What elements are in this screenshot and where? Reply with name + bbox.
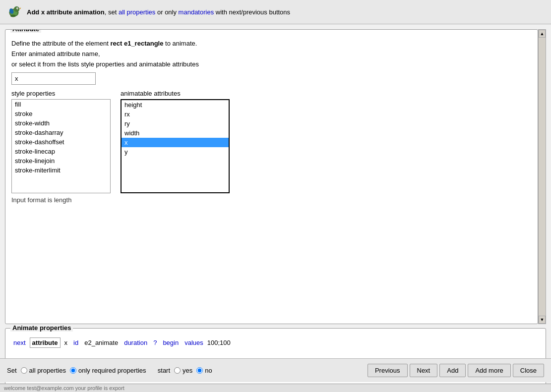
list-item[interactable]: width (122, 128, 229, 138)
only-required-label: only required properties (78, 367, 146, 374)
all-properties-label: all properties (29, 367, 66, 374)
add-more-button[interactable]: Add more (468, 364, 510, 377)
previous-button[interactable]: Previous (367, 364, 408, 377)
header-title: Add x attribute animation, set all prope… (27, 8, 290, 16)
add-button[interactable]: Add (439, 364, 466, 377)
tab-id[interactable]: id (71, 338, 80, 347)
svg-point-4 (17, 7, 18, 8)
animatable-attributes-list[interactable]: height rx ry width x y (121, 99, 230, 193)
only-required-radio[interactable] (70, 367, 76, 374)
scroll-down-arrow[interactable]: ▼ (539, 316, 546, 324)
list-item[interactable]: height (122, 100, 229, 110)
start-no-radio-group[interactable]: no (196, 367, 212, 374)
status-bar: welcome test@example.com your profile is… (0, 384, 551, 392)
all-properties-radio[interactable] (21, 367, 27, 374)
footer-right: Previous Next Add Add more Close (367, 364, 544, 377)
status-text: welcome test@example.com your profile is… (4, 385, 124, 391)
attribute-description: Define the attribute of the element rect… (11, 39, 532, 69)
list-item[interactable]: stroke-miterlimit (12, 166, 110, 175)
svg-point-2 (14, 6, 19, 12)
list-item[interactable]: stroke-dasharray (12, 128, 110, 137)
main-scrollbar[interactable]: ▲ ▼ (538, 29, 546, 324)
tab-begin[interactable]: begin (161, 338, 181, 347)
list-item[interactable]: stroke-dashoffset (12, 137, 110, 147)
yes-label: yes (183, 367, 192, 374)
scroll-up-arrow[interactable]: ▲ (539, 30, 546, 38)
all-properties-radio-group[interactable]: all properties (21, 367, 66, 374)
input-format-label: Input format is length (11, 196, 532, 204)
start-yes-radio-group[interactable]: yes (174, 367, 192, 374)
list-item[interactable]: stroke-linejoin (12, 156, 110, 166)
tab-e2animate: e2_animate (82, 338, 120, 347)
tab-duration[interactable]: duration (122, 338, 149, 347)
tab-attribute[interactable]: attribute (30, 337, 61, 348)
tab-values[interactable]: values (183, 338, 205, 347)
list-item[interactable]: fill (12, 100, 110, 109)
style-properties-list[interactable]: fill stroke stroke-width stroke-dasharra… (11, 99, 111, 193)
only-required-radio-group[interactable]: only required properties (70, 367, 146, 374)
attribute-section-label: Attribute (10, 29, 41, 33)
style-list-label: style properties (11, 90, 111, 97)
list-item[interactable]: rx (122, 110, 229, 119)
list-item[interactable]: stroke-width (12, 118, 110, 128)
header: Add x attribute animation, set all prope… (0, 0, 551, 24)
list-item-selected[interactable]: x (122, 138, 229, 147)
start-yes-radio[interactable] (174, 367, 181, 374)
attribute-name-input[interactable] (11, 72, 96, 85)
list-item[interactable]: stroke (12, 109, 110, 118)
list-item[interactable]: ry (122, 119, 229, 128)
scroll-track (539, 38, 546, 316)
app-logo (6, 4, 22, 20)
svg-point-6 (10, 15, 16, 17)
svg-marker-5 (19, 7, 21, 9)
next-button[interactable]: Next (410, 364, 438, 377)
footer-left: Set all properties only required propert… (7, 367, 212, 374)
footer: Set all properties only required propert… (0, 358, 551, 382)
tab-next[interactable]: next (11, 338, 28, 347)
tab-values-value: 100;100 (207, 339, 231, 346)
start-no-radio[interactable] (196, 367, 203, 374)
set-label: Set (7, 367, 17, 374)
list-item[interactable]: stroke-linecap (12, 147, 110, 156)
animate-section-label: Animate properties (10, 324, 73, 332)
list-item[interactable]: y (122, 147, 229, 157)
animate-tabs-row: next attribute x id e2_animate duration … (11, 337, 540, 348)
start-label: start (158, 367, 170, 374)
tab-x: x (62, 338, 70, 347)
attribute-section: Attribute Define the attribute of the el… (5, 29, 538, 324)
close-button[interactable]: Close (513, 364, 544, 377)
tab-question[interactable]: ? (151, 338, 159, 347)
anim-list-label: animatable attributes (121, 90, 230, 97)
no-label: no (205, 367, 212, 374)
